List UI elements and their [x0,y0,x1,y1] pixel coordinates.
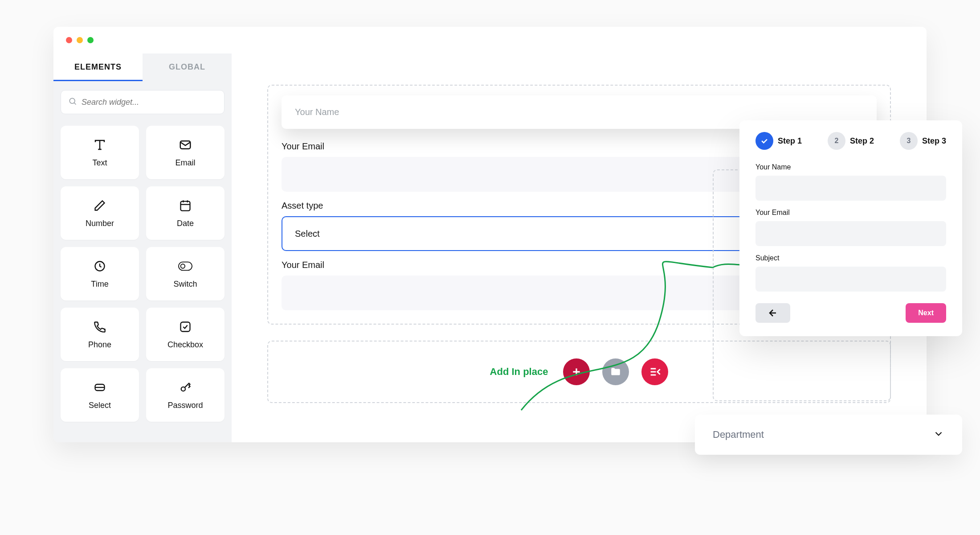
multistep-preview: Step 1 2 Step 2 3 Step 3 Your Name Your … [739,120,962,336]
add-in-place-label: Add In place [490,366,548,378]
widget-date[interactable]: Date [146,186,225,240]
widget-label: Time [91,280,108,289]
preview-subject-input[interactable] [755,267,946,292]
step-badge: 2 [828,132,845,150]
widget-label: Password [167,401,203,410]
step-1[interactable]: Step 1 [755,132,802,150]
next-button[interactable]: Next [906,303,946,323]
widget-label: Phone [88,340,111,350]
svg-line-1 [74,103,76,105]
department-select[interactable]: Department [695,415,962,455]
step-2[interactable]: 2 Step 2 [828,132,874,150]
phone-icon [93,320,107,334]
svg-point-0 [69,98,75,103]
widget-label: Select [89,401,111,410]
step-label: Step 2 [850,136,874,146]
switch-icon [178,259,192,273]
chevron-down-icon [933,428,944,441]
preview-subject-label: Subject [755,254,946,262]
tab-elements[interactable]: ELEMENTS [53,54,143,81]
clock-icon [93,259,107,273]
svg-rect-5 [181,201,190,210]
widget-label: Email [175,158,195,168]
step-label: Step 1 [778,136,802,146]
preview-name-input[interactable] [755,176,946,201]
widget-select[interactable]: Select [61,368,139,422]
step-badge: 3 [900,132,918,150]
arrow-left-icon [768,308,778,318]
svg-rect-12 [181,322,190,331]
svg-point-11 [181,264,185,268]
widget-text[interactable]: Text [61,126,139,179]
widget-switch[interactable]: Switch [146,247,225,300]
widget-palette: Text Email Number Date Time [53,119,232,429]
window-close-dot[interactable] [66,37,72,43]
check-icon [755,132,773,150]
search-icon [68,97,77,107]
search-input[interactable] [82,98,217,107]
sidebar-tabs: ELEMENTS GLOBAL [53,54,232,81]
window-minimize-dot[interactable] [77,37,83,43]
step-label: Step 3 [922,136,946,146]
preview-email-label: Your Email [755,209,946,217]
widget-email[interactable]: Email [146,126,225,179]
email-icon [178,138,192,152]
department-label: Department [713,429,764,440]
widget-checkbox[interactable]: Checkbox [146,308,225,361]
text-icon [93,138,107,152]
folder-button[interactable] [602,358,629,385]
pencil-icon [93,198,107,213]
ek-button[interactable] [641,358,668,385]
widget-label: Checkbox [167,340,203,350]
tab-global[interactable]: GLOBAL [143,54,232,81]
form-canvas: Your Name Your Email Asset type Select Y… [232,54,927,442]
checkbox-icon [178,320,192,334]
widget-label: Switch [173,280,197,289]
widget-phone[interactable]: Phone [61,308,139,361]
back-button[interactable] [755,303,790,323]
preview-name-label: Your Name [755,163,946,171]
select-icon [93,380,107,395]
select-placeholder: Select [295,229,320,239]
titlebar [53,27,927,54]
widget-time[interactable]: Time [61,247,139,300]
step-indicator: Step 1 2 Step 2 3 Step 3 [755,132,946,150]
calendar-icon [178,198,192,213]
window-maximize-dot[interactable] [87,37,94,43]
app-window: ELEMENTS GLOBAL Text Email [53,27,927,442]
widget-label: Date [177,219,194,228]
sidebar: ELEMENTS GLOBAL Text Email [53,54,232,442]
widget-password[interactable]: Password [146,368,225,422]
widget-label: Text [92,158,107,168]
add-button[interactable] [563,358,590,385]
widget-label: Number [86,219,114,228]
step-3[interactable]: 3 Step 3 [900,132,946,150]
search-input-wrap[interactable] [61,90,225,114]
preview-email-input[interactable] [755,221,946,246]
key-icon [178,380,192,395]
widget-number[interactable]: Number [61,186,139,240]
